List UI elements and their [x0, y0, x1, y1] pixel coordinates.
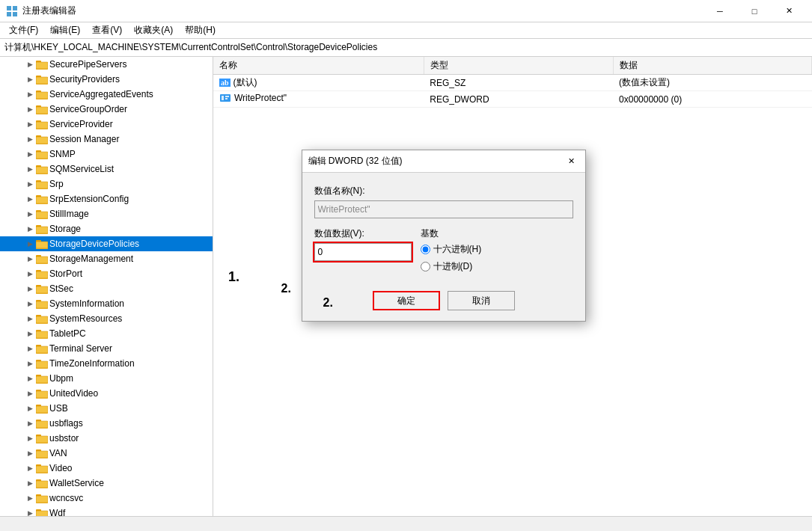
- tree-item[interactable]: ▶ StorageManagement: [0, 251, 213, 266]
- tree-item-label: StSec: [49, 283, 73, 294]
- tree-item[interactable]: ▶ ServiceProvider: [0, 117, 213, 132]
- svg-rect-32: [36, 137, 48, 144]
- tree-item-label: Terminal Server: [49, 343, 112, 354]
- menu-file[interactable]: 文件(F): [3, 22, 44, 38]
- tree-item[interactable]: ▶ StillImage: [0, 206, 213, 221]
- svg-rect-82: [36, 286, 48, 293]
- tree-item[interactable]: ▶ ServiceAggregatedEvents: [0, 87, 213, 102]
- tree-item[interactable]: ▶ USB: [0, 401, 213, 416]
- tree-item[interactable]: ▶ usbstor: [0, 431, 213, 446]
- svg-rect-122: [36, 406, 48, 413]
- tree-item[interactable]: ▶ SNMP: [0, 147, 213, 162]
- table-row[interactable]: ab (默认)REG_SZ(数值未设置): [213, 75, 812, 91]
- folder-icon: [36, 328, 48, 339]
- radio-hex[interactable]: 十六进制(H): [421, 243, 573, 256]
- tree-item[interactable]: ▶ Ubpm: [0, 371, 213, 386]
- tree-item-label: SrpExtensionConfig: [49, 194, 129, 204]
- tree-item-label: SecurePipeServers: [49, 59, 126, 70]
- svg-rect-17: [36, 92, 48, 99]
- value-col: 数值数据(V):: [314, 227, 412, 273]
- maximize-button[interactable]: □: [737, 0, 772, 22]
- tree-panel[interactable]: ▶ SecurePipeServers▶ SecurityProviders▶ …: [0, 57, 213, 516]
- folder-icon: [36, 343, 48, 354]
- radio-hex-input[interactable]: [421, 245, 430, 254]
- tree-item-label: Ubpm: [49, 373, 73, 384]
- menu-edit[interactable]: 编辑(E): [44, 22, 86, 38]
- svg-rect-87: [36, 301, 48, 308]
- tree-item[interactable]: ▶ VAN: [0, 446, 213, 461]
- svg-rect-127: [36, 421, 48, 428]
- tree-item[interactable]: ▶ UnitedVideo: [0, 386, 213, 401]
- ok-button[interactable]: 确定: [373, 291, 440, 310]
- edit-dword-dialog[interactable]: 编辑 DWORD (32 位值) ✕ 数值名称(N): 数值数据(V): 基数: [302, 150, 586, 322]
- tree-item-label: SystemInformation: [49, 298, 124, 309]
- modal-footer: 2. 确定 取消: [302, 285, 585, 321]
- modal-close-button[interactable]: ✕: [564, 154, 579, 169]
- tree-item[interactable]: ▶ ServiceGroupOrder: [0, 102, 213, 117]
- app-icon: [6, 5, 18, 17]
- name-input[interactable]: [314, 200, 573, 218]
- tree-item[interactable]: ▶ SrpExtensionConfig: [0, 191, 213, 206]
- tree-item[interactable]: ▶ usbflags: [0, 416, 213, 431]
- svg-rect-52: [36, 197, 48, 203]
- tree-item[interactable]: ▶ SecurityProviders: [0, 72, 213, 87]
- tree-item-label: Srp: [49, 179, 64, 189]
- svg-rect-166: [225, 96, 229, 97]
- folder-icon: [36, 59, 48, 70]
- tree-item[interactable]: ▶ Srp: [0, 177, 213, 191]
- title-bar-controls: ─ □ ✕: [703, 0, 806, 22]
- folder-icon: [36, 313, 48, 324]
- svg-rect-102: [36, 346, 48, 353]
- svg-rect-0: [7, 6, 11, 10]
- svg-rect-42: [36, 167, 48, 174]
- tree-item[interactable]: ▶ TabletPC: [0, 326, 213, 341]
- registry-table: 名称 类型 数据 ab (默认)REG_SZ(数值未设置) WriteProte…: [213, 57, 812, 108]
- close-button[interactable]: ✕: [772, 0, 806, 22]
- tree-item-label: Wdf: [49, 508, 65, 516]
- tree-item[interactable]: ▶ StorageDevicePolicies: [0, 236, 213, 251]
- folder-icon: [36, 268, 48, 279]
- radio-dec[interactable]: 十进制(D): [421, 260, 573, 273]
- cell-data: 0x00000000 (0): [613, 91, 811, 108]
- tree-item[interactable]: ▶ StSec: [0, 281, 213, 296]
- menu-help[interactable]: 帮助(H): [179, 22, 222, 38]
- svg-rect-112: [36, 376, 48, 383]
- table-row[interactable]: WriteProtect"REG_DWORD0x00000000 (0): [213, 91, 812, 108]
- menu-favorites[interactable]: 收藏夹(A): [128, 22, 179, 38]
- svg-rect-67: [36, 242, 48, 248]
- tree-item[interactable]: ▶ wcncsvc: [0, 491, 213, 506]
- tree-item[interactable]: ▶ SystemInformation: [0, 296, 213, 311]
- tree-item[interactable]: ▶ Storage: [0, 221, 213, 236]
- menu-view[interactable]: 查看(V): [86, 22, 128, 38]
- radio-dec-input[interactable]: [421, 262, 430, 271]
- svg-rect-57: [36, 212, 48, 218]
- folder-icon: [36, 493, 48, 503]
- tree-item[interactable]: ▶ Video: [0, 461, 213, 476]
- tree-item[interactable]: ▶ SecurePipeServers: [0, 57, 213, 72]
- tree-item-label: Video: [49, 463, 72, 473]
- tree-item[interactable]: ▶ Terminal Server: [0, 341, 213, 356]
- tree-item[interactable]: ▶ SQMServiceList: [0, 162, 213, 177]
- value-input[interactable]: [314, 243, 412, 261]
- minimize-button[interactable]: ─: [703, 0, 737, 22]
- svg-rect-117: [36, 391, 48, 398]
- tree-item[interactable]: ▶ SystemResources: [0, 311, 213, 326]
- status-text: [4, 520, 7, 529]
- tree-item[interactable]: ▶ TimeZoneInformation: [0, 356, 213, 371]
- tree-item-label: SQMServiceList: [49, 164, 114, 174]
- tree-item-label: USB: [49, 403, 68, 414]
- tree-item-label: StillImage: [49, 209, 89, 219]
- tree-item[interactable]: ▶ WalletService: [0, 476, 213, 491]
- folder-icon: [36, 179, 48, 189]
- col-data: 数据: [613, 57, 811, 75]
- folder-icon: [36, 283, 48, 294]
- svg-rect-97: [36, 331, 48, 338]
- tree-item-label: usbstor: [49, 433, 79, 443]
- svg-rect-12: [36, 77, 48, 84]
- tree-item[interactable]: ▶ Session Manager: [0, 132, 213, 147]
- tree-item[interactable]: ▶ StorPort: [0, 266, 213, 281]
- cell-data: (数值未设置): [613, 75, 811, 91]
- tree-item-label: TimeZoneInformation: [49, 358, 135, 369]
- tree-item[interactable]: ▶ Wdf: [0, 506, 213, 516]
- cancel-button[interactable]: 取消: [448, 291, 515, 310]
